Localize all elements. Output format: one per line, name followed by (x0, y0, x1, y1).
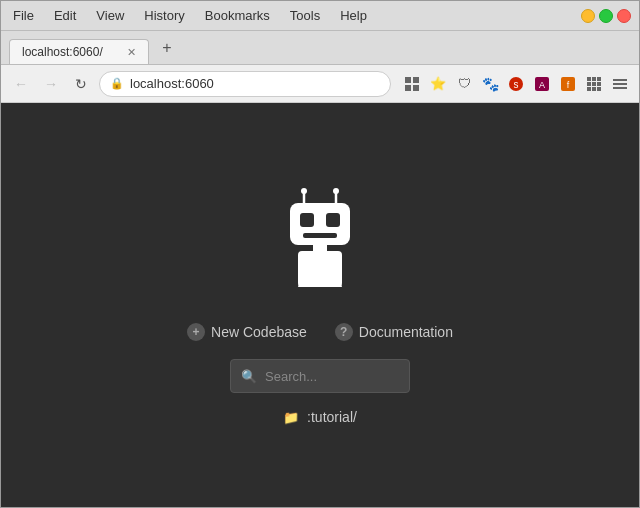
minimize-button[interactable] (581, 9, 595, 23)
svg-text:A: A (539, 80, 545, 90)
tab-close-button[interactable]: ✕ (127, 46, 136, 59)
svg-rect-15 (597, 82, 601, 86)
svg-rect-26 (290, 203, 350, 245)
hamburger-menu-icon[interactable] (609, 73, 631, 95)
address-bar: ← → ↻ 🔒 localhost:6060 ⭐ 🛡 🐾 s A (1, 65, 639, 103)
documentation-label: Documentation (359, 324, 453, 340)
svg-point-25 (333, 188, 339, 194)
url-bar[interactable]: 🔒 localhost:6060 (99, 71, 391, 97)
svg-rect-19 (613, 79, 627, 81)
svg-text:s: s (514, 79, 519, 90)
page-content: pipy + New Codebase ? Documentation 🔍 Se… (1, 103, 639, 507)
purple-icon[interactable]: A (531, 73, 553, 95)
menu-file[interactable]: File (9, 6, 38, 25)
menu-edit[interactable]: Edit (50, 6, 80, 25)
documentation-link[interactable]: ? Documentation (335, 323, 453, 341)
svg-rect-16 (587, 87, 591, 91)
svg-rect-2 (405, 85, 411, 91)
search-placeholder: Search... (265, 369, 317, 384)
svg-rect-17 (592, 87, 596, 91)
plus-icon: + (187, 323, 205, 341)
svg-rect-28 (326, 213, 340, 227)
forward-button[interactable]: → (39, 72, 63, 96)
paw-icon[interactable]: 🐾 (479, 73, 501, 95)
folder-icon: 📁 (283, 410, 299, 425)
browser-window: File Edit View History Bookmarks Tools H… (0, 0, 640, 508)
svg-rect-18 (597, 87, 601, 91)
maximize-button[interactable] (599, 9, 613, 23)
svg-rect-20 (613, 83, 627, 85)
tab-label: localhost:6060/ (22, 45, 103, 59)
menu-help[interactable]: Help (336, 6, 371, 25)
svg-rect-12 (597, 77, 601, 81)
apps-icon[interactable] (583, 73, 605, 95)
menu-bookmarks[interactable]: Bookmarks (201, 6, 274, 25)
svg-rect-1 (413, 77, 419, 83)
pipy-logo: pipy (270, 185, 370, 295)
menu-bar: File Edit View History Bookmarks Tools H… (1, 1, 639, 31)
logo-container: pipy (270, 185, 370, 295)
toolbar-icons: ⭐ 🛡 🐾 s A f (401, 73, 631, 95)
actions-row: + New Codebase ? Documentation (187, 323, 453, 341)
svg-rect-13 (587, 82, 591, 86)
svg-rect-10 (587, 77, 591, 81)
search-icon: 🔍 (241, 369, 257, 384)
orange-icon[interactable]: f (557, 73, 579, 95)
svg-rect-3 (413, 85, 419, 91)
back-button[interactable]: ← (9, 72, 33, 96)
tab-bar: localhost:6060/ ✕ + (1, 31, 639, 65)
close-button[interactable] (617, 9, 631, 23)
new-codebase-link[interactable]: + New Codebase (187, 323, 307, 341)
svg-rect-29 (303, 233, 337, 238)
lock-icon: 🔒 (110, 77, 124, 90)
question-icon: ? (335, 323, 353, 341)
red-icon[interactable]: s (505, 73, 527, 95)
svg-rect-27 (300, 213, 314, 227)
svg-rect-14 (592, 82, 596, 86)
new-tab-button[interactable]: + (153, 34, 181, 62)
url-text: localhost:6060 (130, 76, 214, 91)
grid-icon[interactable] (401, 73, 423, 95)
menu-tools[interactable]: Tools (286, 6, 324, 25)
tab-active[interactable]: localhost:6060/ ✕ (9, 39, 149, 64)
shield-icon[interactable]: 🛡 (453, 73, 475, 95)
reload-button[interactable]: ↻ (69, 72, 93, 96)
svg-rect-11 (592, 77, 596, 81)
menu-history[interactable]: History (140, 6, 188, 25)
new-codebase-label: New Codebase (211, 324, 307, 340)
svg-rect-0 (405, 77, 411, 83)
svg-marker-32 (298, 273, 342, 287)
codebase-name: :tutorial/ (307, 409, 357, 425)
menu-view[interactable]: View (92, 6, 128, 25)
codebase-item-tutorial[interactable]: 📁 :tutorial/ (283, 409, 357, 425)
svg-point-23 (301, 188, 307, 194)
search-box[interactable]: 🔍 Search... (230, 359, 410, 393)
svg-text:pipy: pipy (306, 250, 335, 266)
bookmark-star-icon[interactable]: ⭐ (427, 73, 449, 95)
svg-rect-21 (613, 87, 627, 89)
